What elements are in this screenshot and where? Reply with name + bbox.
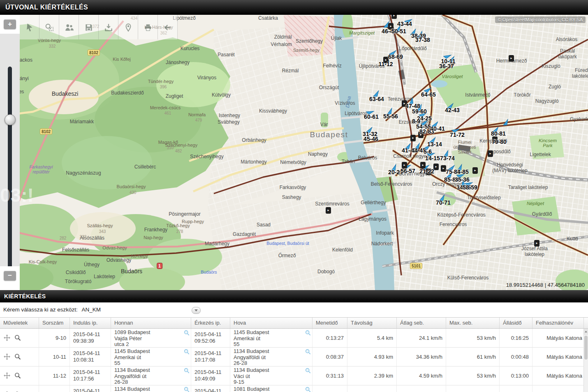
address-zoom-icon[interactable]: [305, 386, 311, 392]
column-header-8[interactable]: Távolság: [347, 318, 397, 328]
cell-menetido: 0:13:27: [313, 329, 347, 347]
column-header-9[interactable]: Átlag seb.: [397, 318, 446, 328]
column-header-3[interactable]: Indulás ip.: [70, 318, 111, 328]
zoom-route-icon[interactable]: [14, 334, 21, 341]
table-row[interactable]: 2015-04-111134 Budapest2015-04-111081 Bu…: [0, 385, 588, 392]
route-point-flag-icon[interactable]: [431, 121, 439, 127]
cell-allasido: [500, 385, 532, 392]
column-header-1[interactable]: Műveletek: [0, 318, 39, 328]
address-zoom-icon[interactable]: [183, 330, 190, 336]
print-icon[interactable]: [138, 15, 158, 39]
route-point-flag-icon[interactable]: [372, 90, 381, 97]
zoom-slider-track[interactable]: [8, 67, 12, 276]
scrollbar-thumb[interactable]: [584, 336, 588, 360]
column-header-2[interactable]: Sorszám: [39, 318, 70, 328]
zoom-route-icon[interactable]: [14, 372, 21, 379]
cell-honnan: 1089 Budapest Vajda Péter utca 2: [111, 329, 191, 347]
column-header-11[interactable]: Állásidő: [500, 318, 532, 328]
zoom-in-button[interactable]: +: [4, 19, 16, 29]
route-point-flag-icon[interactable]: [389, 49, 397, 57]
cell-sorszam: 10-11: [39, 348, 70, 366]
cell-hova: 1134 Budapest Angyalföldi út 26-28: [230, 348, 313, 366]
device-selector[interactable]: Kérem válassza ki az eszközt: AN_KM: [0, 302, 588, 318]
zoom-route-icon[interactable]: [14, 353, 21, 360]
zoom-slider-knob[interactable]: [5, 114, 16, 125]
route-point-flag-icon[interactable]: [448, 164, 456, 171]
route-point-flag-icon[interactable]: [404, 143, 412, 150]
route-stop-pin-icon[interactable]: ▸: [383, 57, 389, 63]
zoom-area-icon[interactable]: [39, 15, 59, 39]
route-point-flag-icon[interactable]: [420, 119, 428, 126]
route-stop-pin-icon[interactable]: ▸: [388, 23, 394, 30]
cell-indulas: 2015-04-11 09:38:39: [70, 329, 111, 347]
move-route-icon[interactable]: [3, 353, 11, 360]
route-stop-pin-icon[interactable]: ▸: [418, 131, 424, 138]
cell-indulas: 2015-04-11 10:17:56: [70, 367, 111, 385]
cell-honnan: 1145 Budapest Amerikai út 55: [111, 348, 191, 366]
device-dropdown-button[interactable]: [192, 307, 201, 314]
save-icon[interactable]: [79, 15, 99, 39]
cell-hova: 1145 Budapest Amerikai út 55: [230, 329, 313, 347]
table-rows: 9-102015-04-11 09:38:391089 Budapest Vaj…: [0, 329, 588, 392]
route-stop-pin-icon[interactable]: ▸: [472, 167, 478, 174]
route-point-flag-icon[interactable]: [366, 127, 373, 134]
export-icon[interactable]: [99, 15, 118, 39]
cell-honnan: 1134 Budapest: [111, 385, 191, 392]
route-stop-pin-icon[interactable]: ▸: [426, 168, 431, 175]
route-point-flag-icon[interactable]: [445, 171, 454, 179]
route-stop-pin-icon[interactable]: ▸: [326, 207, 331, 214]
route-point-flag-icon[interactable]: [491, 126, 499, 134]
route-stop-pin-icon[interactable]: ▸: [402, 100, 407, 107]
back-arrow-icon[interactable]: [158, 15, 178, 39]
row-actions: [0, 348, 39, 366]
map-canvas[interactable]: LipótmezőCsatárkaZöldmálVérhalomSzemlőhe…: [0, 15, 588, 290]
route-stop-pin-icon[interactable]: ▸: [534, 240, 539, 247]
route-stop-pin-icon[interactable]: ▸: [433, 164, 439, 170]
column-header-10[interactable]: Max. seb.: [446, 318, 500, 328]
cursor-icon[interactable]: [20, 15, 39, 39]
cell-felhasznalonev: Mátyás Katona: [532, 367, 584, 385]
route-stop-pin-icon[interactable]: ▸: [488, 150, 493, 157]
column-header-5[interactable]: Érkezés ip.: [191, 318, 230, 328]
column-header-12[interactable]: Felhasználónév: [532, 318, 584, 328]
table-row[interactable]: 9-102015-04-11 09:38:391089 Budapest Vaj…: [0, 329, 588, 348]
table-scrollbar[interactable]: [583, 329, 588, 392]
address-zoom-icon[interactable]: [183, 348, 190, 355]
column-header-4[interactable]: Honnan: [111, 318, 191, 328]
column-header-6[interactable]: Hova: [230, 318, 313, 328]
table-row[interactable]: 10-112015-04-11 10:08:311145 Budapest Am…: [0, 348, 588, 367]
location-pin-icon[interactable]: [118, 15, 138, 39]
route-stop-pin-icon[interactable]: ▸: [410, 135, 416, 141]
move-route-icon[interactable]: [3, 334, 11, 341]
cell-max-seb: 53 km/h: [446, 329, 500, 347]
cell-felhasznalonev: Mátyás Katona: [532, 329, 584, 347]
route-stop-pin-icon[interactable]: ▸: [402, 162, 407, 168]
cell-felhasznalonev: Mátyás Katona: [532, 348, 584, 366]
route-stop-pin-icon[interactable]: ▸: [492, 136, 498, 143]
zoom-slider[interactable]: [0, 34, 20, 266]
route-stop-pin-icon[interactable]: ▸: [509, 55, 514, 62]
address-zoom-icon[interactable]: [183, 367, 190, 374]
scroll-up-icon[interactable]: [584, 329, 588, 335]
cell-erkezes: 2015-04-11 10:49:09: [191, 367, 230, 385]
evaluation-header: KIÉRTÉKELÉS: [0, 290, 588, 302]
move-route-icon[interactable]: [3, 372, 11, 379]
zoom-out-container: −: [0, 266, 20, 290]
users-icon[interactable]: [59, 15, 79, 39]
zoom-out-button[interactable]: −: [4, 271, 16, 281]
route-point-flag-icon[interactable]: [447, 103, 454, 109]
address-zoom-icon[interactable]: [305, 367, 311, 374]
cell-tavolsag: 2.39 km: [347, 367, 397, 385]
address-zoom-icon[interactable]: [305, 348, 311, 355]
route-point-flag-icon[interactable]: [429, 137, 437, 144]
address-zoom-icon[interactable]: [305, 330, 311, 336]
column-header-7[interactable]: Menetidő: [313, 318, 347, 328]
route-point-flag-icon[interactable]: [447, 55, 456, 63]
route-stop-pin-icon[interactable]: ▸: [420, 162, 426, 168]
cell-atlag-seb: 4.59 km/h: [397, 367, 446, 385]
route-stop-pin-icon[interactable]: ▸: [441, 165, 446, 172]
table-row[interactable]: 11-122015-04-11 10:17:561134 Budapest An…: [0, 367, 588, 385]
cell-tavolsag: 5.4 km: [347, 329, 397, 347]
address-zoom-icon[interactable]: [183, 386, 190, 392]
route-stop-pin-icon[interactable]: ▸: [391, 15, 397, 19]
